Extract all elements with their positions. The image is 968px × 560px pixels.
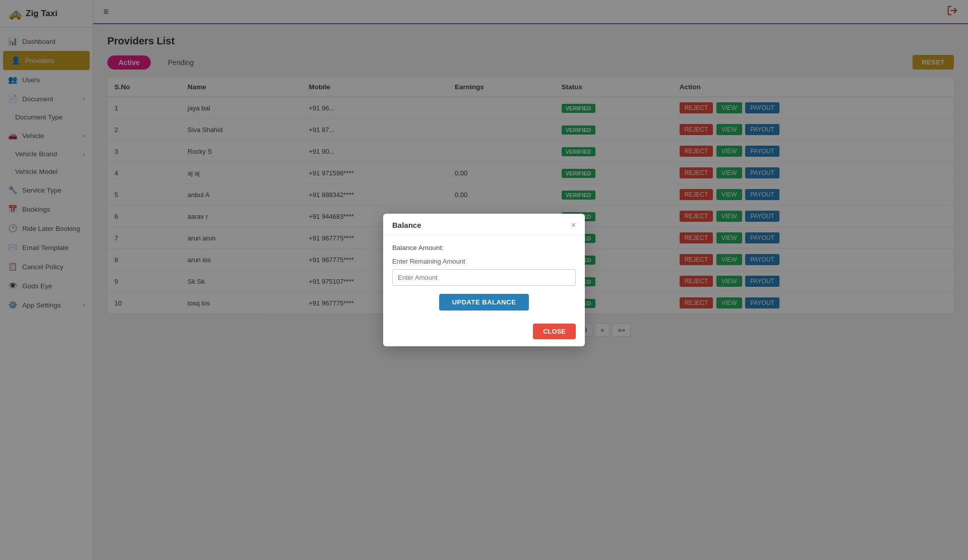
balance-modal: Balance × Balance Amount: Enter Remainin… — [383, 214, 585, 346]
modal-update-row: UPDATE BALANCE — [392, 294, 576, 310]
modal-close-button[interactable]: × — [571, 221, 576, 229]
close-modal-button[interactable]: CLOSE — [533, 324, 576, 339]
modal-body: Balance Amount: Enter Remaining Amount U… — [383, 235, 585, 320]
enter-remaining-label: Enter Remaining Amount — [392, 258, 576, 265]
balance-amount-label: Balance Amount: — [392, 244, 576, 252]
update-balance-button[interactable]: UPDATE BALANCE — [439, 294, 529, 310]
modal-header: Balance × — [383, 214, 585, 235]
enter-amount-input[interactable] — [392, 269, 576, 286]
modal-overlay[interactable]: Balance × Balance Amount: Enter Remainin… — [0, 0, 968, 560]
modal-title: Balance — [392, 221, 421, 229]
modal-footer: CLOSE — [383, 320, 585, 346]
